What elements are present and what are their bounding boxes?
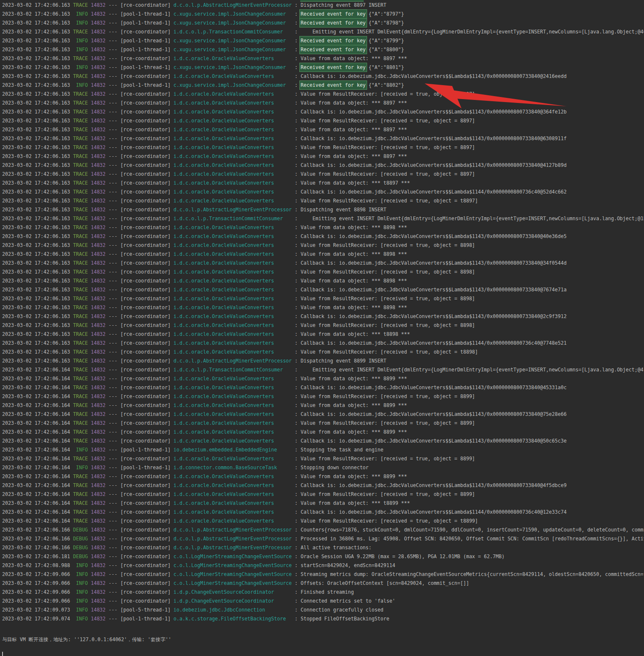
thread-name: [rce-coordinator] [117, 536, 171, 542]
process-id: 14832 [88, 118, 105, 124]
log-level: INFO [70, 47, 88, 53]
log-level: TRACE [70, 242, 88, 248]
separator: --- [105, 304, 117, 310]
console-log-output[interactable]: 2023-03-02 17:42:06.163 TRACE 14832 --- … [2, 1, 644, 623]
logger-name: i.d.c.oracle.OracleValueConverters [171, 402, 292, 408]
colon-separator: : [292, 527, 301, 533]
log-line: 2023-03-02 17:42:06.163 TRACE 14832 --- … [2, 143, 644, 152]
log-line: 2023-03-02 17:42:06.163 TRACE 14832 --- … [2, 312, 644, 321]
log-line: 2023-03-02 17:42:06.163 INFO 14832 --- [… [2, 19, 644, 28]
logger-name: c.o.l.LogMinerStreamingChangeEventSource [171, 580, 292, 586]
thread-name: [rce-coordinator] [117, 127, 171, 133]
log-level: DEBUG [70, 527, 88, 533]
timestamp: 2023-03-02 17:42:06.164 [2, 438, 70, 444]
log-level: INFO [70, 64, 88, 70]
log-line: 2023-03-02 17:42:06.164 TRACE 14832 --- … [2, 472, 644, 481]
process-id: 14832 [88, 340, 105, 346]
search-highlight-match: Received event for key [300, 19, 367, 27]
log-message: Callback is: io.debezium.jdbc.JdbcValueC… [301, 162, 567, 168]
log-line: 2023-03-02 17:42:06.164 TRACE 14832 --- … [2, 392, 644, 401]
process-id: 14832 [88, 287, 105, 293]
log-line: 2023-03-02 17:42:09.074 INFO 14832 --- [… [2, 614, 644, 623]
log-message: Value from ResultReceiver: [received = t… [301, 171, 475, 177]
colon-separator: : [292, 393, 301, 399]
log-level: TRACE [70, 153, 88, 159]
process-id: 14832 [88, 385, 105, 390]
log-message: Callback is: io.debezium.jdbc.JdbcValueC… [301, 340, 567, 346]
colon-separator: : [292, 109, 301, 115]
timestamp: 2023-03-02 17:42:06.163 [2, 100, 70, 106]
log-message: Value from data object: *** 8898 *** [301, 278, 407, 284]
log-line: 2023-03-02 17:42:06.163 TRACE 14832 --- … [2, 197, 644, 205]
log-message: startScn=8429024, endScn=8429114 [301, 562, 395, 568]
log-level: INFO [70, 589, 88, 595]
log-level: TRACE [70, 456, 88, 462]
process-id: 14832 [88, 331, 105, 337]
process-id: 14832 [88, 55, 105, 61]
logger-name: i.d.c.oracle.OracleValueConverters [171, 251, 292, 257]
timestamp: 2023-03-02 17:42:06.163 [2, 20, 70, 26]
log-level: INFO [70, 447, 88, 453]
log-message: Connected metrics set to 'false' [301, 598, 395, 604]
colon-separator: : [292, 55, 301, 61]
logger-name: i.d.c.oracle.OracleValueConverters [171, 456, 292, 462]
timestamp: 2023-03-02 17:42:06.163 [2, 153, 70, 159]
thread-name: [rce-coordinator] [117, 571, 171, 577]
log-level: TRACE [70, 189, 88, 195]
process-id: 14832 [88, 269, 105, 275]
process-id: 14832 [88, 11, 105, 17]
logger-name: i.d.c.oracle.OracleValueConverters [171, 509, 292, 515]
colon-separator: : [292, 189, 301, 195]
log-line: 2023-03-02 17:42:08.988 INFO 14832 --- [… [2, 561, 644, 570]
log-level: INFO [70, 20, 88, 26]
log-level: DEBUG [70, 554, 88, 559]
logger-name: i.d.c.o.l.p.TransactionCommitConsumer [171, 367, 292, 373]
timestamp: 2023-03-02 17:42:06.164 [2, 447, 70, 453]
log-message: Value from data object: *** 8899 *** [301, 473, 407, 479]
log-level: TRACE [70, 109, 88, 115]
thread-name: [rce-coordinator] [117, 278, 171, 284]
log-line: 2023-03-02 17:42:06.164 TRACE 14832 --- … [2, 454, 644, 463]
colon-separator: : [292, 20, 301, 26]
thread-name: [rce-coordinator] [117, 518, 171, 524]
log-message: Value from data object: *** 8899 *** [301, 376, 407, 382]
log-level: INFO [70, 562, 88, 568]
logger-name: i.d.c.oracle.OracleValueConverters [171, 287, 292, 293]
log-message: Value from ResultReceiver: [received = t… [301, 491, 475, 497]
log-level: TRACE [70, 473, 88, 479]
thread-name: [rce-coordinator] [117, 367, 171, 373]
logger-name: i.d.c.oracle.OracleValueConverters [171, 198, 292, 204]
thread-name: [rce-coordinator] [117, 554, 171, 559]
colon-separator: : [292, 64, 301, 70]
log-level: TRACE [70, 340, 88, 346]
log-message: Callback is: io.debezium.jdbc.JdbcValueC… [301, 189, 567, 195]
separator: --- [105, 64, 117, 70]
log-level: TRACE [70, 91, 88, 97]
colon-separator: : [292, 438, 301, 444]
colon-separator: : [292, 482, 301, 488]
log-line: 2023-03-02 17:42:06.163 TRACE 14832 --- … [2, 268, 644, 277]
thread-name: [pool-1-thread-1] [117, 465, 171, 471]
colon-separator: : [292, 153, 301, 159]
separator: --- [105, 224, 117, 230]
colon-separator: : [292, 340, 301, 346]
colon-separator: : [292, 571, 301, 577]
separator: --- [105, 278, 117, 284]
timestamp: 2023-03-02 17:42:06.164 [2, 376, 70, 382]
timestamp: 2023-03-02 17:42:06.163 [2, 358, 70, 364]
process-id: 14832 [88, 598, 105, 604]
process-id: 14832 [88, 260, 105, 266]
log-line: 2023-03-02 17:42:06.163 INFO 14832 --- [… [2, 36, 644, 45]
separator: --- [105, 313, 117, 319]
separator: --- [105, 47, 117, 53]
process-id: 14832 [88, 2, 105, 8]
process-id: 14832 [88, 171, 105, 177]
separator: --- [105, 331, 117, 337]
log-line: 2023-03-02 17:42:06.163 TRACE 14832 --- … [2, 321, 644, 330]
log-level: TRACE [70, 482, 88, 488]
process-id: 14832 [88, 616, 105, 622]
log-line: 2023-03-02 17:42:06.163 TRACE 14832 --- … [2, 303, 644, 312]
log-line: 2023-03-02 17:42:06.164 TRACE 14832 --- … [2, 374, 644, 383]
log-message: Streaming metrics dump: OracleStreamingC… [301, 571, 644, 577]
log-level: TRACE [70, 224, 88, 230]
